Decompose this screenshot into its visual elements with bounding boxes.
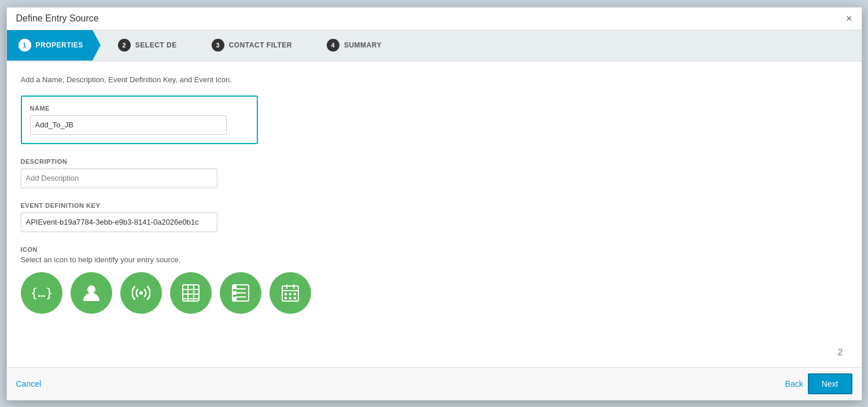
step-num-4: 4 [327, 39, 339, 52]
step-num-3: 3 [212, 39, 224, 52]
step-num-1: 1 [19, 39, 31, 52]
grid-icon-button[interactable] [170, 272, 212, 314]
modal: Define Entry Source × 1 PROPERTIES 2 SEL… [6, 7, 862, 401]
svg-rect-20 [285, 293, 287, 295]
svg-text:{…}: {…} [32, 285, 51, 300]
back-button[interactable]: Back [785, 379, 803, 388]
step-contact-filter[interactable]: 3 CONTACT FILTER [194, 30, 309, 61]
svg-rect-25 [294, 297, 296, 299]
cancel-button[interactable]: Cancel [16, 379, 42, 388]
modal-body: Add a Name, Description, Event Definitio… [7, 61, 862, 367]
person-icon-button[interactable] [71, 272, 112, 314]
step-label-3: CONTACT FILTER [229, 41, 292, 49]
svg-point-1 [87, 285, 95, 294]
step-properties[interactable]: 1 PROPERTIES [7, 30, 101, 61]
scroll-indicator-2: 2 [838, 347, 843, 358]
calendar-icon-button[interactable] [269, 272, 311, 314]
intro-text: Add a Name, Description, Event Definitio… [21, 75, 848, 84]
step-num-2: 2 [118, 39, 131, 52]
step-summary[interactable]: 4 SUMMARY [309, 30, 399, 61]
modal-header: Define Entry Source × [7, 8, 862, 30]
icon-label: ICON [21, 246, 848, 253]
step-label-4: SUMMARY [344, 41, 382, 49]
modal-title: Define Entry Source [16, 13, 99, 24]
next-button[interactable]: Next [808, 373, 852, 394]
event-key-label: EVENT DEFINITION KEY [21, 202, 848, 209]
description-input[interactable] [21, 168, 217, 188]
name-field-group: NAME 1 [21, 96, 848, 144]
icon-description: Select an icon to help identify your ent… [21, 255, 848, 264]
icon-grid: {…} [21, 272, 848, 314]
event-key-field-group: EVENT DEFINITION KEY [21, 202, 848, 232]
signal-icon-button[interactable] [120, 272, 162, 314]
close-button[interactable]: × [846, 13, 852, 24]
svg-rect-22 [294, 293, 296, 295]
name-label: NAME [30, 105, 249, 112]
description-label: DESCRIPTION [21, 158, 848, 165]
svg-rect-13 [233, 285, 237, 289]
name-input[interactable] [30, 115, 227, 135]
braces-icon-button[interactable]: {…} [21, 272, 62, 314]
step-select-de[interactable]: 2 SELECT DE [101, 30, 194, 61]
svg-rect-24 [289, 297, 291, 299]
list-icon-button[interactable] [220, 272, 261, 314]
steps-bar: 1 PROPERTIES 2 SELECT DE 3 CONTACT FILTE… [7, 30, 862, 61]
event-key-input[interactable] [21, 212, 217, 232]
description-field-group: DESCRIPTION [21, 158, 848, 188]
modal-overlay: Define Entry Source × 1 PROPERTIES 2 SEL… [0, 0, 868, 407]
svg-rect-23 [285, 297, 287, 299]
svg-point-2 [139, 291, 143, 295]
svg-rect-15 [233, 297, 237, 300]
modal-footer: Cancel Back Next [7, 367, 862, 400]
step-label-2: SELECT DE [135, 41, 177, 49]
svg-rect-21 [289, 293, 291, 295]
step-label-1: PROPERTIES [36, 41, 83, 49]
footer-right: Back Next [785, 373, 852, 394]
name-wrapper: NAME [21, 96, 258, 144]
icon-section: ICON Select an icon to help identify you… [21, 246, 848, 314]
svg-rect-14 [233, 291, 237, 295]
